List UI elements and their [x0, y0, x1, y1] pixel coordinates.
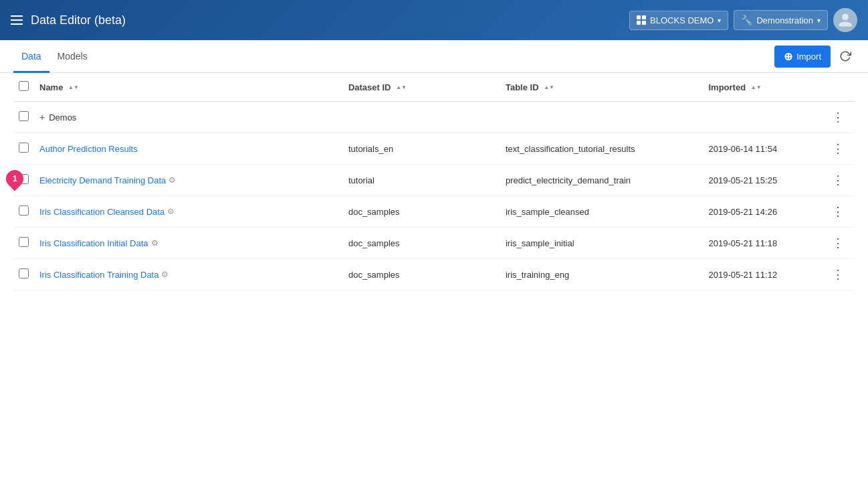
table-row: Iris Classification Initial Data ⚙ doc_s…	[13, 228, 855, 259]
th-actions	[821, 73, 855, 102]
row5-more-button[interactable]: ⋮	[827, 266, 849, 283]
demos-checkbox[interactable]	[19, 111, 29, 121]
row4-dataset-cell: doc_samples	[343, 228, 500, 259]
sort-imported-icon: ▲▼	[751, 85, 762, 90]
sort-table-icon: ▲▼	[544, 85, 554, 90]
th-imported[interactable]: Imported ▲▼	[703, 73, 821, 102]
row5-name-cell: Iris Classification Training Data ⚙	[34, 259, 343, 291]
row4-actions-cell: ⋮	[821, 228, 855, 259]
row5-actions-cell: ⋮	[821, 259, 855, 291]
th-table-id[interactable]: Table ID ▲▼	[500, 73, 703, 102]
link-icon-4: ⚙	[161, 270, 169, 279]
link-icon-2: ⚙	[167, 207, 175, 216]
row5-checkbox[interactable]	[19, 268, 29, 278]
row4-table-cell: iris_sample_initial	[500, 228, 703, 259]
demos-more-button[interactable]: ⋮	[827, 108, 849, 126]
row1-name-cell: Author Prediction Results	[34, 133, 343, 165]
row1-name-link[interactable]: Author Prediction Results	[39, 144, 338, 154]
data-table: Name ▲▼ Dataset ID ▲▼ Table ID ▲▼ Import…	[13, 73, 855, 291]
row5-imported-cell: 2019-05-21 11:12	[703, 259, 821, 291]
group-row-demos: + Demos ⋮	[13, 102, 855, 133]
wrench-icon: 🔧	[741, 15, 752, 25]
header-left: Data Editor (beta)	[11, 13, 629, 27]
row4-name-cell: Iris Classification Initial Data ⚙	[34, 228, 343, 259]
row2-dataset-cell: tutorial	[343, 165, 500, 196]
main-content: Data Models ⊕ Import	[0, 40, 868, 494]
th-dataset-id[interactable]: Dataset ID ▲▼	[343, 73, 500, 102]
row2-more-button[interactable]: ⋮	[827, 171, 849, 189]
row1-imported-cell: 2019-06-14 11:54	[703, 133, 821, 165]
header-right: BLOCKS DEMO ▾ 🔧 Demonstration ▾	[629, 8, 857, 32]
grid-icon	[637, 15, 646, 25]
row4-more-button[interactable]: ⋮	[827, 234, 849, 252]
chevron-down-icon: ▾	[718, 17, 721, 24]
demos-actions-cell: ⋮	[821, 102, 855, 133]
row2-table-cell: predict_electricity_demand_train	[500, 165, 703, 196]
row4-checkbox[interactable]	[19, 237, 29, 247]
data-table-wrap: Name ▲▼ Dataset ID ▲▼ Table ID ▲▼ Import…	[0, 73, 868, 291]
row3-table-cell: iris_sample_cleansed	[500, 196, 703, 228]
refresh-button[interactable]	[836, 47, 855, 66]
demos-expand[interactable]: + Demos	[39, 112, 816, 122]
blocks-demo-label: BLOCKS DEMO	[650, 15, 714, 25]
row5-dataset-cell: doc_samples	[343, 259, 500, 291]
row5-name-link[interactable]: Iris Classification Training Data ⚙	[39, 270, 338, 280]
demos-label-cell: + Demos	[34, 102, 821, 133]
table-row: 1 Electricity Demand Training Data ⚙ tut…	[13, 165, 855, 196]
import-label: Import	[796, 52, 821, 62]
row3-actions-cell: ⋮	[821, 196, 855, 228]
demonstration-button[interactable]: 🔧 Demonstration ▾	[734, 10, 828, 30]
select-all-checkbox[interactable]	[19, 81, 29, 91]
row1-actions-cell: ⋮	[821, 133, 855, 165]
menu-icon[interactable]	[11, 15, 23, 25]
table-row: Author Prediction Results tutorials_en t…	[13, 133, 855, 165]
row3-checkbox[interactable]	[19, 205, 29, 216]
avatar[interactable]	[833, 8, 857, 32]
row2-name-cell: 1 Electricity Demand Training Data ⚙	[34, 165, 343, 196]
row4-name-link[interactable]: Iris Classification Initial Data ⚙	[39, 238, 338, 248]
import-button[interactable]: ⊕ Import	[774, 46, 831, 68]
row2-imported-cell: 2019-05-21 15:25	[703, 165, 821, 196]
row1-more-button[interactable]: ⋮	[827, 140, 849, 157]
row2-name-link[interactable]: 1 Electricity Demand Training Data ⚙	[39, 175, 338, 185]
tabs-bar: Data Models ⊕ Import	[0, 40, 868, 73]
sort-name-icon: ▲▼	[68, 85, 79, 90]
row4-check-cell	[13, 228, 34, 259]
row3-dataset-cell: doc_samples	[343, 196, 500, 228]
row2-actions-cell: ⋮	[821, 165, 855, 196]
expand-icon: +	[39, 112, 45, 122]
link-icon-3: ⚙	[151, 238, 158, 248]
tab-actions: ⊕ Import	[774, 46, 855, 68]
refresh-icon-svg	[839, 50, 851, 62]
row1-table-cell: text_classification_tutorial_results	[500, 133, 703, 165]
tab-data[interactable]: Data	[13, 40, 49, 73]
row3-check-cell	[13, 196, 34, 228]
plus-circle-icon: ⊕	[784, 50, 792, 63]
sort-dataset-icon: ▲▼	[396, 85, 407, 90]
app-title: Data Editor (beta)	[31, 13, 126, 27]
row1-check-cell	[13, 133, 34, 165]
th-name[interactable]: Name ▲▼	[34, 73, 343, 102]
demonstration-label: Demonstration	[756, 15, 813, 25]
row5-check-cell	[13, 259, 34, 291]
chevron-down-icon-2: ▾	[817, 17, 821, 24]
row4-imported-cell: 2019-05-21 11:18	[703, 228, 821, 259]
user-avatar-icon	[837, 12, 853, 28]
row3-name-link[interactable]: Iris Classification Cleansed Data ⚙	[39, 207, 338, 217]
demos-group-label: Demos	[49, 112, 76, 122]
row3-imported-cell: 2019-05-21 14:26	[703, 196, 821, 228]
table-row: Iris Classification Cleansed Data ⚙ doc_…	[13, 196, 855, 228]
row5-table-cell: iris_training_eng	[500, 259, 703, 291]
row3-more-button[interactable]: ⋮	[827, 203, 849, 220]
th-select-all	[13, 73, 34, 102]
blocks-demo-button[interactable]: BLOCKS DEMO ▾	[629, 11, 728, 30]
table-row: Iris Classification Training Data ⚙ doc_…	[13, 259, 855, 291]
tab-models[interactable]: Models	[49, 40, 96, 73]
row3-name-cell: Iris Classification Cleansed Data ⚙	[34, 196, 343, 228]
row1-dataset-cell: tutorials_en	[343, 133, 500, 165]
link-icon: ⚙	[169, 175, 176, 185]
row1-checkbox[interactable]	[19, 143, 29, 153]
app-header: Data Editor (beta) BLOCKS DEMO ▾ 🔧 Demon…	[0, 0, 868, 40]
demos-check-cell	[13, 102, 34, 133]
